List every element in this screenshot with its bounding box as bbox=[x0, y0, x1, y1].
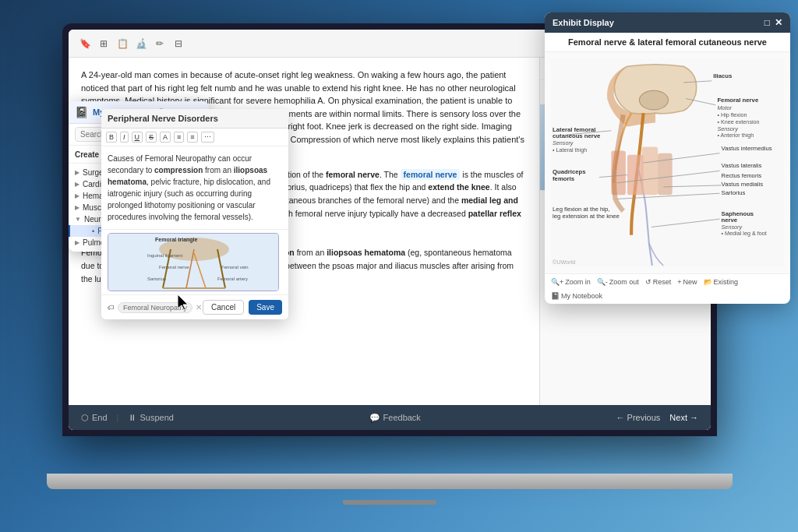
note-actions: Cancel Save bbox=[203, 300, 282, 315]
reset-button[interactable]: ↺ Reset bbox=[645, 278, 672, 286]
exhibit-minimize-icon[interactable]: □ bbox=[764, 17, 770, 28]
svg-text:Rectus femoris: Rectus femoris bbox=[722, 172, 762, 179]
svg-text:Motor: Motor bbox=[717, 104, 732, 111]
exhibit-image-area: Iliacus Femoral nerve Motor • Hip flexio… bbox=[545, 52, 790, 273]
laptop-base bbox=[47, 474, 733, 489]
bottom-navigation: ⬡ End | ⏸ Suspend 💬 Feedback ← Previous bbox=[69, 405, 711, 430]
note-editor-title: Peripheral Nerve Disorders bbox=[101, 109, 288, 129]
reset-icon: ↺ bbox=[645, 278, 651, 286]
bold-button[interactable]: B bbox=[106, 132, 117, 143]
previous-button[interactable]: ← Previous bbox=[616, 413, 661, 422]
femoral-diagram-image: Inguinal ligament Femoral nerve Sartoriu… bbox=[108, 233, 279, 291]
draw-icon[interactable]: ✏ bbox=[153, 37, 167, 51]
svg-text:Femoral triangle: Femoral triangle bbox=[155, 237, 198, 243]
new-button[interactable]: + New bbox=[677, 278, 697, 286]
calculator-icon[interactable]: ⊞ bbox=[97, 37, 111, 51]
end-button[interactable]: ⬡ End bbox=[81, 413, 108, 423]
zoom-out-button[interactable]: 🔍- Zoom out bbox=[597, 278, 639, 286]
svg-text:leg extension at the knee: leg extension at the knee bbox=[553, 213, 620, 220]
italic-button[interactable]: I bbox=[120, 132, 129, 143]
note-body[interactable]: Causes of Femoral Neuropathy can occur s… bbox=[101, 146, 288, 229]
note-image-area: Inguinal ligament Femoral nerve Sartoriu… bbox=[101, 229, 288, 294]
color-button[interactable]: A bbox=[160, 132, 171, 143]
svg-text:Femoral nerve: Femoral nerve bbox=[159, 265, 189, 270]
exhibit-panel: Exhibit Display □ ✕ Femoral nerve & late… bbox=[545, 12, 790, 304]
leaf-dot-icon: • bbox=[92, 227, 94, 235]
suspend-button[interactable]: ⏸ Suspend bbox=[128, 413, 173, 422]
notebook-icon: 📓 bbox=[551, 292, 560, 300]
svg-text:Femoral artery: Femoral artery bbox=[217, 277, 248, 281]
zoom-in-icon: 🔍+ bbox=[551, 278, 563, 286]
toolbar-icons: 🔖 ⊞ 📋 🔬 ✏ ⊟ bbox=[78, 37, 185, 51]
existing-icon: 📂 bbox=[704, 278, 712, 286]
svg-text:Sartorius: Sartorius bbox=[722, 189, 746, 196]
svg-text:femoris: femoris bbox=[553, 175, 574, 182]
arrow-icon: ▶ bbox=[75, 169, 79, 176]
notebook-icon: 📓 bbox=[75, 106, 88, 118]
list-button[interactable]: ≡ bbox=[174, 132, 184, 143]
zoom-in-button[interactable]: 🔍+ Zoom in bbox=[551, 278, 591, 286]
note-tag-label: Femoral Neuropathy bbox=[118, 302, 192, 313]
notes-icon[interactable]: 📋 bbox=[115, 37, 129, 51]
svg-rect-23 bbox=[642, 146, 659, 195]
next-button[interactable]: Next → bbox=[669, 413, 698, 422]
arrow-icon: ▶ bbox=[75, 239, 79, 246]
svg-text:Femoral nerve: Femoral nerve bbox=[717, 97, 758, 104]
svg-rect-21 bbox=[627, 155, 644, 196]
arrow-icon: ▶ bbox=[75, 181, 79, 188]
laptop-notch bbox=[343, 500, 436, 505]
nav-right: ← Previous Next → bbox=[616, 413, 698, 422]
svg-point-20 bbox=[639, 90, 668, 110]
exhibit-header-icons: □ ✕ bbox=[764, 17, 782, 28]
save-button[interactable]: Save bbox=[249, 300, 282, 315]
strikethrough-button[interactable]: S bbox=[146, 132, 157, 143]
svg-text:Vastus medialis: Vastus medialis bbox=[722, 181, 764, 188]
svg-text:Iliacus: Iliacus bbox=[713, 72, 732, 79]
exhibit-header: Exhibit Display □ ✕ bbox=[545, 12, 790, 33]
svg-text:• Medial leg & foot: • Medial leg & foot bbox=[722, 230, 767, 237]
exhibit-toolbar: 🔍+ Zoom in 🔍- Zoom out ↺ Reset + New 📂 E… bbox=[545, 273, 790, 304]
svg-text:• Knee extension: • Knee extension bbox=[717, 118, 759, 125]
svg-text:• Anterior thigh: • Anterior thigh bbox=[717, 132, 754, 139]
lab-icon[interactable]: 🔬 bbox=[134, 37, 148, 51]
layout-icon[interactable]: ⊟ bbox=[171, 37, 185, 51]
svg-text:Leg flexion at the hip,: Leg flexion at the hip, bbox=[553, 206, 609, 213]
bookmark-icon[interactable]: 🔖 bbox=[78, 37, 92, 51]
my-notebook-button[interactable]: 📓 My Notebook bbox=[551, 292, 602, 300]
note-footer: 🏷 Femoral Neuropathy ✕ Cancel Save bbox=[101, 294, 288, 319]
svg-text:Sartorius: Sartorius bbox=[147, 277, 166, 281]
arrow-icon: ▶ bbox=[75, 192, 79, 199]
svg-text:Vastus lateralis: Vastus lateralis bbox=[722, 162, 762, 169]
existing-button[interactable]: 📂 Existing bbox=[704, 278, 739, 286]
arrow-expanded-icon: ▼ bbox=[75, 216, 81, 223]
svg-text:cutaneous nerve: cutaneous nerve bbox=[553, 132, 601, 139]
zoom-out-icon: 🔍- bbox=[597, 278, 608, 286]
svg-text:Inguinal ligament: Inguinal ligament bbox=[147, 253, 183, 258]
svg-text:Femoral vein: Femoral vein bbox=[221, 265, 249, 270]
svg-text:• Lateral thigh: • Lateral thigh bbox=[553, 146, 587, 153]
new-icon: + bbox=[677, 278, 681, 286]
cancel-button[interactable]: Cancel bbox=[203, 300, 244, 315]
arrow-icon: ▶ bbox=[75, 204, 79, 211]
note-tag: 🏷 Femoral Neuropathy ✕ bbox=[108, 302, 202, 313]
align-button[interactable]: ≡ bbox=[187, 132, 197, 143]
svg-text:Vastus intermedius: Vastus intermedius bbox=[722, 145, 772, 152]
svg-text:©UWorld: ©UWorld bbox=[553, 259, 575, 266]
note-editor-toolbar: B I U S A ≡ ≡ ⋯ bbox=[101, 129, 288, 146]
exhibit-diagram-title: Femoral nerve & lateral femoral cutaneou… bbox=[545, 33, 790, 52]
exhibit-close-icon[interactable]: ✕ bbox=[775, 17, 782, 28]
exhibit-title: Exhibit Display bbox=[553, 18, 614, 27]
underline-button[interactable]: U bbox=[132, 132, 143, 143]
note-editor: Peripheral Nerve Disorders B I U S A ≡ ≡… bbox=[101, 109, 288, 319]
remove-tag-icon[interactable]: ✕ bbox=[196, 303, 202, 312]
more-button[interactable]: ⋯ bbox=[201, 132, 214, 143]
feedback-button[interactable]: 💬 Feedback bbox=[369, 413, 421, 423]
